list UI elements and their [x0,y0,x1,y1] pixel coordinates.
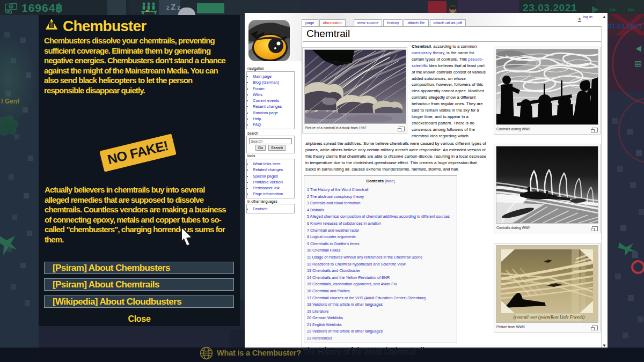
svg-text:(contrail over (polen(Rote Lit: (contrail over (polen(Rote Little Friend… [514,315,585,320]
